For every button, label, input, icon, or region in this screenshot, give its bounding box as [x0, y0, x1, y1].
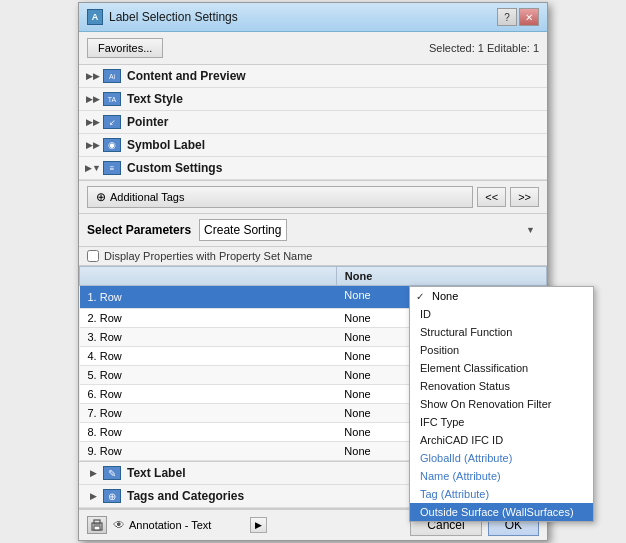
svg-rect-1 — [94, 520, 100, 524]
section-content-preview[interactable]: ▶ Ai Content and Preview — [79, 65, 547, 88]
dropdown-label-none: None — [432, 290, 458, 302]
row-num-3: 3. Row — [80, 328, 337, 347]
additional-tags-button[interactable]: ⊕ Additional Tags — [87, 186, 473, 208]
toolbar: Favorites... Selected: 1 Editable: 1 — [79, 32, 547, 65]
params-row: Select Parameters Create Sorting ▼ — [79, 214, 547, 247]
additional-tags-label: Additional Tags — [110, 191, 184, 203]
favorites-button[interactable]: Favorites... — [87, 38, 163, 58]
dropdown-item-element-classification[interactable]: Element Classification — [410, 359, 593, 377]
row-num-6: 6. Row — [80, 385, 337, 404]
row-num-5: 5. Row — [80, 366, 337, 385]
dropdown-item-position[interactable]: Position — [410, 341, 593, 359]
section-label-textstyle: Text Style — [127, 92, 183, 106]
section-icon-content: Ai — [103, 69, 121, 83]
additional-tags-row: ⊕ Additional Tags << >> — [79, 181, 547, 214]
expand-arrow-tags: ▶ — [87, 490, 99, 502]
dropdown-item-structural-function[interactable]: Structural Function — [410, 323, 593, 341]
section-label-tags: Tags and Categories — [127, 489, 244, 503]
section-label-content: Content and Preview — [127, 69, 246, 83]
dropdown-item-id[interactable]: ID — [410, 305, 593, 323]
annotation-arrow-button[interactable]: ▶ — [250, 517, 267, 533]
check-mark-none: ✓ — [416, 291, 428, 302]
row-num-1: 1. Row — [80, 286, 337, 309]
section-label-symbol: Symbol Label — [127, 138, 205, 152]
expand-arrow-custom: ▼ — [87, 162, 99, 174]
section-icon-textlabel: ✎ — [103, 466, 121, 480]
row-num-4: 4. Row — [80, 347, 337, 366]
dropdown-item-archicad-ifc-id[interactable]: ArchiCAD IFC ID — [410, 431, 593, 449]
section-icon-pointer: ↙ — [103, 115, 121, 129]
dropdown-item-outside-surface[interactable]: Outside Surface (WallSurfaces) — [410, 503, 593, 521]
table-header-row: None — [80, 267, 547, 286]
expand-arrow-textstyle: ▶ — [87, 93, 99, 105]
params-select[interactable]: Create Sorting — [199, 219, 287, 241]
main-window: A Label Selection Settings ? ✕ Favorites… — [78, 2, 548, 541]
expand-arrow-content: ▶ — [87, 70, 99, 82]
row-num-8: 8. Row — [80, 423, 337, 442]
status-icon[interactable] — [87, 516, 107, 534]
help-button[interactable]: ? — [497, 8, 517, 26]
section-label-textlabel: Text Label — [127, 466, 185, 480]
table-container: None 1. Row None ▶ 2. Row None 3. Row — [79, 266, 547, 462]
dropdown-item-show-on-renovation[interactable]: Show On Renovation Filter — [410, 395, 593, 413]
checkbox-row: Display Properties with Property Set Nam… — [79, 247, 547, 266]
section-symbol-label[interactable]: ▶ ◉ Symbol Label — [79, 134, 547, 157]
section-icon-textstyle: TA — [103, 92, 121, 106]
dropdown-item-globalid[interactable]: GlobalId (Attribute) — [410, 449, 593, 467]
params-label: Select Parameters — [87, 223, 191, 237]
dropdown-item-none[interactable]: ✓ None — [410, 287, 593, 305]
select-wrapper: Create Sorting ▼ — [199, 219, 539, 241]
section-text-style[interactable]: ▶ TA Text Style — [79, 88, 547, 111]
section-custom-settings[interactable]: ▼ ≡ Custom Settings — [79, 157, 547, 180]
section-list: ▶ Ai Content and Preview ▶ TA Text Style… — [79, 65, 547, 181]
col-header-row — [80, 267, 337, 286]
row-num-7: 7. Row — [80, 404, 337, 423]
svg-rect-2 — [94, 526, 100, 530]
nav-prev-button[interactable]: << — [477, 187, 506, 207]
expand-arrow-symbol: ▶ — [87, 139, 99, 151]
add-tags-icon: ⊕ — [96, 190, 106, 204]
expand-arrow-pointer: ▶ — [87, 116, 99, 128]
annotation-label-container: 👁 Annotation - Text — [113, 518, 244, 532]
section-icon-symbol: ◉ — [103, 138, 121, 152]
section-icon-tags: ⊕ — [103, 489, 121, 503]
eye-icon: 👁 — [113, 518, 125, 532]
dropdown-item-ifc-type[interactable]: IFC Type — [410, 413, 593, 431]
row-num-9: 9. Row — [80, 442, 337, 461]
window-title: Label Selection Settings — [109, 10, 238, 24]
titlebar: A Label Selection Settings ? ✕ — [79, 3, 547, 32]
display-properties-label: Display Properties with Property Set Nam… — [104, 250, 312, 262]
section-pointer[interactable]: ▶ ↙ Pointer — [79, 111, 547, 134]
col-header-none: None — [336, 267, 546, 286]
row-num-2: 2. Row — [80, 309, 337, 328]
section-icon-custom: ≡ — [103, 161, 121, 175]
window-icon: A — [87, 9, 103, 25]
display-properties-checkbox[interactable] — [87, 250, 99, 262]
section-label-custom: Custom Settings — [127, 161, 222, 175]
titlebar-controls: ? ✕ — [497, 8, 539, 26]
annotation-text: Annotation - Text — [129, 519, 211, 531]
close-button[interactable]: ✕ — [519, 8, 539, 26]
select-arrow-icon: ▼ — [526, 225, 535, 235]
titlebar-left: A Label Selection Settings — [87, 9, 238, 25]
dropdown-item-renovation-status[interactable]: Renovation Status — [410, 377, 593, 395]
selected-info: Selected: 1 Editable: 1 — [429, 42, 539, 54]
nav-next-button[interactable]: >> — [510, 187, 539, 207]
section-label-pointer: Pointer — [127, 115, 168, 129]
printer-icon — [90, 519, 104, 531]
dropdown-item-name-attribute[interactable]: Name (Attribute) — [410, 467, 593, 485]
dropdown-item-tag-attribute[interactable]: Tag (Attribute) — [410, 485, 593, 503]
dropdown-overlay: ✓ None ID Structural Function Position E… — [409, 286, 594, 522]
expand-arrow-textlabel: ▶ — [87, 467, 99, 479]
